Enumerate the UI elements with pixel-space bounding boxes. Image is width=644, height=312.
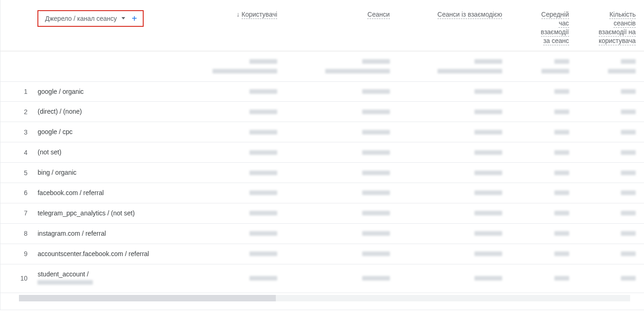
metric-cell: [181, 264, 286, 293]
metric-cell: [181, 142, 286, 163]
metric-cell: [398, 81, 511, 102]
table-row[interactable]: 1google / organic: [0, 81, 644, 102]
metric-cell: [398, 244, 511, 264]
redacted-value: [362, 276, 390, 281]
redacted-value: [554, 130, 569, 135]
dimension-cell[interactable]: instagram.com / referral: [37, 223, 181, 244]
metric-cell: [398, 102, 511, 122]
dimension-cell[interactable]: telegram_ppc_analytics / (not set): [37, 203, 181, 223]
table-row[interactable]: 5bing / organic: [0, 163, 644, 183]
dimension-cell[interactable]: google / organic: [37, 81, 181, 102]
row-number-header: [0, 0, 37, 51]
metric-cell: [286, 264, 398, 293]
redacted-value: [249, 211, 277, 215]
dimension-cell[interactable]: accountscenter.facebook.com / referral: [37, 244, 181, 264]
table-row[interactable]: 6facebook.com / referral: [0, 183, 644, 203]
table-row[interactable]: 7telegram_ppc_analytics / (not set): [0, 203, 644, 223]
metric-cell: [577, 183, 644, 203]
metric-cell: [286, 203, 398, 223]
redacted-value: [621, 59, 636, 64]
row-number: 3: [0, 122, 37, 142]
redacted-value: [362, 251, 390, 256]
table-row[interactable]: 4(not set): [0, 142, 644, 163]
dimension-cell[interactable]: (not set): [37, 142, 181, 163]
metric-cell: [577, 122, 644, 142]
metric-cell: [181, 183, 286, 203]
column-avg-engagement-time[interactable]: Середній час взаємодії за сеанс: [510, 0, 577, 51]
dimension-selector[interactable]: Джерело / канал сеансу: [45, 14, 125, 23]
dimension-cell[interactable]: google / cpc: [37, 122, 181, 142]
metric-cell: [510, 203, 577, 223]
redacted-value: [474, 110, 502, 114]
metric-cell: [577, 223, 644, 244]
redacted-value: [362, 89, 390, 94]
redacted-value: [621, 110, 636, 114]
table-row[interactable]: 8instagram.com / referral: [0, 223, 644, 244]
dimension-cell[interactable]: bing / organic: [37, 163, 181, 183]
metric-cell: [510, 264, 577, 293]
row-number: 10: [0, 264, 37, 293]
metric-cell: [577, 244, 644, 264]
redacted-value: [554, 171, 569, 175]
dimension-cell[interactable]: facebook.com / referral: [37, 183, 181, 203]
dimension-selector-label: Джерело / канал сеансу: [45, 14, 117, 23]
row-number: 7: [0, 203, 37, 223]
column-sessions-per-user[interactable]: Кількість сеансів взаємодії на користува…: [577, 0, 644, 51]
metric-cell: [510, 183, 577, 203]
row-number: 4: [0, 142, 37, 163]
redacted-value: [621, 211, 636, 215]
redacted-value: [621, 190, 636, 195]
redacted-value: [474, 150, 502, 155]
column-users[interactable]: ↓Користувачі: [181, 0, 286, 51]
metric-cell: [398, 142, 511, 163]
dimension-cell[interactable]: student_account /: [37, 264, 181, 293]
redacted-value: [249, 190, 277, 195]
redacted-value: [621, 150, 636, 155]
column-sessions-label: Сеанси: [367, 11, 389, 19]
redacted-value: [621, 231, 636, 236]
dimension-cell[interactable]: (direct) / (none): [37, 102, 181, 122]
row-number: 8: [0, 223, 37, 244]
table-row[interactable]: 2(direct) / (none): [0, 102, 644, 122]
redacted-value: [362, 231, 390, 236]
redacted-value: [249, 171, 277, 175]
redacted-value: [325, 69, 390, 73]
redacted-value: [474, 59, 502, 64]
dimension-selector-highlight: Джерело / канал сеансу +: [37, 10, 143, 27]
metric-cell: [398, 264, 511, 293]
redacted-value: [554, 231, 569, 236]
redacted-value: [474, 211, 502, 215]
redacted-value: [474, 251, 502, 256]
column-engaged-sessions[interactable]: Сеанси із взаємодією: [398, 0, 511, 51]
chevron-down-icon: [122, 17, 125, 19]
table-row[interactable]: 10student_account /: [0, 264, 644, 293]
redacted-value: [474, 171, 502, 175]
metric-cell: [181, 244, 286, 264]
metric-cell: [510, 102, 577, 122]
redacted-value: [249, 231, 277, 236]
redacted-value: [249, 150, 277, 155]
metric-cell: [510, 244, 577, 264]
horizontal-scrollbar[interactable]: [19, 295, 630, 301]
metric-cell: [398, 183, 511, 203]
redacted-value: [608, 69, 636, 73]
metric-cell: [286, 163, 398, 183]
column-sessions[interactable]: Сеанси: [286, 0, 398, 51]
table-row[interactable]: 3google / cpc: [0, 122, 644, 142]
metric-cell: [577, 102, 644, 122]
metric-cell: [398, 163, 511, 183]
add-dimension-button[interactable]: +: [132, 14, 137, 23]
metric-cell: [398, 223, 511, 244]
redacted-value: [474, 89, 502, 94]
table-row[interactable]: 9accountscenter.facebook.com / referral: [0, 244, 644, 264]
metric-cell: [286, 81, 398, 102]
redacted-value: [554, 211, 569, 215]
redacted-value: [249, 89, 277, 94]
redacted-value: [554, 110, 569, 114]
redacted-value: [554, 251, 569, 256]
table-header-row: Джерело / канал сеансу + ↓Користувачі Се…: [0, 0, 644, 51]
redacted-value: [362, 211, 390, 215]
redacted-value: [621, 130, 636, 135]
scrollbar-thumb[interactable]: [19, 295, 276, 301]
redacted-value: [249, 251, 277, 256]
